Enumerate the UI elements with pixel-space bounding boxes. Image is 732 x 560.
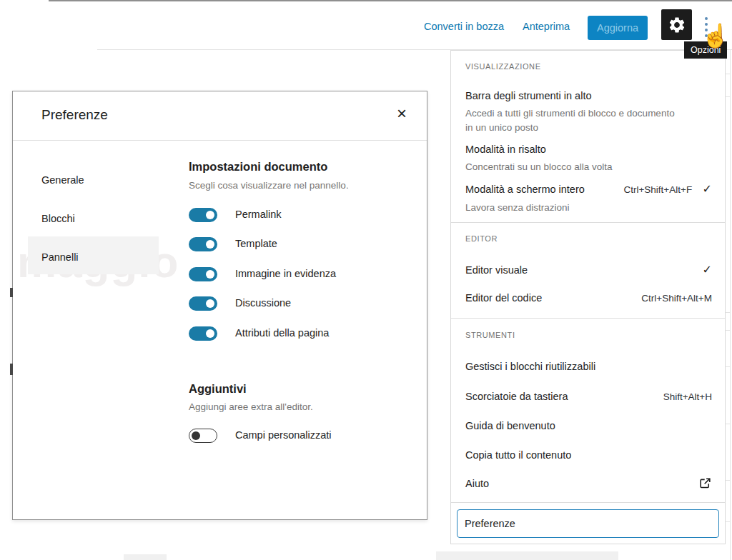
menu-item-label: Modalità a schermo intero [465, 184, 585, 195]
toggle-permalink[interactable] [189, 208, 217, 222]
menu-section-strumenti: STRUMENTI [465, 331, 515, 339]
menu-item-label: Editor visuale [465, 264, 528, 276]
toggle-label: Discussione [235, 297, 291, 309]
toggle-label: Template [235, 238, 277, 249]
preview-link[interactable]: Anteprima [523, 21, 570, 32]
window-top-edge [49, 0, 732, 1]
menu-section-editor: EDITOR [465, 234, 498, 243]
menu-item-copy-all-content[interactable]: Copia tutto il contenuto [465, 449, 571, 461]
toggle-custom-fields[interactable] [189, 429, 217, 443]
toggle-template[interactable] [189, 237, 217, 251]
menu-item-code-editor[interactable]: Editor del codice Ctrl+Shift+Alt+M [465, 292, 712, 304]
toggle-knob [206, 299, 214, 308]
convert-to-draft-link[interactable]: Converti in bozza [424, 21, 504, 32]
toggle-label: Attributi della pagina [235, 327, 329, 339]
sidebar-edge-line [730, 50, 731, 560]
menu-item-description: Lavora senza distrazioni [465, 201, 680, 215]
menu-item-label: Scorciatoie da tastiera [465, 391, 568, 402]
open-in-new-icon [698, 476, 712, 490]
toggle-knob [206, 240, 214, 249]
check-icon: ✓ [703, 263, 712, 276]
sidebar-row-divider [725, 424, 731, 424]
settings-button[interactable] [661, 9, 692, 40]
preferences-modal: Preferenze × maggio Generale Blocchi Pan… [12, 91, 427, 520]
menu-item-preferences[interactable]: Preferenze [457, 509, 719, 538]
modal-header-divider [13, 140, 427, 141]
menu-item-keyboard-shortcuts[interactable]: Scorciatoie da tastiera Shift+Alt+H [465, 391, 712, 402]
menu-divider [451, 222, 725, 223]
background-text-fragment [10, 364, 13, 375]
toggle-knob [206, 270, 214, 279]
menu-item-label: Preferenze [465, 518, 515, 529]
close-icon[interactable]: × [392, 104, 411, 123]
sidebar-row-divider [725, 312, 731, 313]
toggle-featured-image[interactable] [189, 267, 217, 281]
check-icon: ✓ [703, 183, 712, 195]
toggle-label: Campi personalizzati [235, 429, 332, 441]
toggle-discussion[interactable] [189, 296, 217, 311]
background-content-fragment [124, 554, 167, 560]
document-settings-heading: Impostazioni documento [189, 160, 327, 174]
tab-generale[interactable]: Generale [41, 174, 84, 186]
sidebar-row-divider [725, 521, 731, 522]
tab-blocchi[interactable]: Blocchi [41, 213, 75, 224]
additional-description: Aggiungi aree extra all'editor. [189, 401, 313, 412]
toggle-knob [192, 431, 200, 440]
shortcut-text: Ctrl+Shift+Alt+M [641, 293, 712, 304]
menu-item-fullscreen-mode[interactable]: Modalità a schermo intero Ctrl+Shift+Alt… [465, 182, 712, 196]
sidebar-row-divider [725, 366, 731, 367]
toggle-label: Immagine in evidenza [235, 268, 336, 279]
update-button[interactable]: Aggiorna [588, 16, 648, 40]
menu-divider [451, 502, 725, 503]
menu-divider [451, 318, 725, 319]
toggle-knob [206, 329, 214, 338]
menu-item-help[interactable]: Aiuto [465, 476, 712, 490]
background-text-fragment [10, 288, 13, 297]
background-content-fragment [436, 551, 618, 560]
document-settings-description: Scegli cosa visualizzare nel pannello. [189, 180, 349, 191]
shortcut-text: Ctrl+Shift+Alt+F [623, 184, 692, 195]
options-dropdown-menu: VISUALIZZAZIONE Barra degli strumenti in… [450, 50, 726, 544]
menu-section-visualizzazione: VISUALIZZAZIONE [465, 62, 541, 71]
gear-icon [668, 16, 686, 34]
toggle-knob [206, 211, 214, 219]
modal-title: Preferenze [41, 107, 108, 123]
tab-pannelli[interactable]: Pannelli [41, 251, 79, 263]
menu-item-visual-editor[interactable]: Editor visuale ✓ [465, 263, 712, 276]
menu-item-spotlight-mode[interactable]: Modalità in risalto [465, 144, 546, 155]
toggle-page-attributes[interactable] [189, 326, 217, 341]
menu-item-welcome-guide[interactable]: Guida di benvenuto [465, 420, 555, 431]
menu-item-description: Concentrati su un blocco alla volta [465, 160, 680, 174]
sidebar-row-divider [725, 74, 731, 74]
additional-heading: Aggiuntivi [189, 382, 247, 396]
sidebar-row-divider [725, 330, 731, 331]
menu-item-toolbar-top[interactable]: Barra degli strumenti in alto [465, 90, 592, 101]
sidebar-row-divider [725, 96, 731, 97]
shortcut-text: Shift+Alt+H [663, 391, 712, 402]
hand-cursor-icon: ☝ [701, 24, 730, 47]
toggle-label: Permalink [235, 209, 281, 220]
menu-item-description: Accedi a tutti gli strumenti di blocco e… [465, 106, 680, 134]
menu-item-label: Editor del codice [465, 292, 542, 304]
sidebar-row-divider [725, 480, 731, 481]
menu-item-manage-reusable-blocks[interactable]: Gestisci i blocchi riutilizzabili [465, 361, 595, 372]
menu-item-label: Aiuto [465, 478, 489, 489]
